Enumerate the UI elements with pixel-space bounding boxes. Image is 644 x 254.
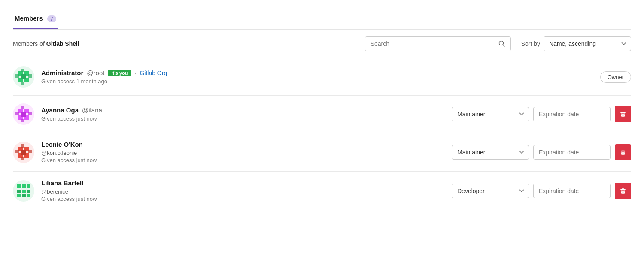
svg-rect-37 [22, 190, 26, 193]
svg-rect-21 [21, 119, 24, 122]
sort-by-label: Sort by [521, 40, 540, 47]
member-name-row: Leonie O'Kon [41, 141, 452, 148]
svg-rect-10 [21, 69, 24, 72]
page-container: Members 7 Members of Gitlab Shell Sort b… [0, 0, 644, 219]
member-actions: Guest Reporter Developer Maintainer Owne… [452, 183, 631, 199]
expiration-date-input[interactable] [533, 107, 611, 121]
member-username-secondary: @kon.o.leonie [41, 150, 452, 156]
svg-rect-17 [21, 112, 26, 117]
tab-members[interactable]: Members 7 [13, 9, 58, 29]
member-name: Ayanna Oga [41, 106, 79, 114]
avatar [13, 180, 34, 202]
expiration-date-input[interactable] [533, 145, 611, 160]
search-icon [498, 40, 505, 47]
avatar [13, 103, 34, 125]
role-select[interactable]: Guest Reporter Developer Maintainer Owne… [452, 145, 529, 160]
member-info: Liliana Bartell @berenice Given access j… [41, 179, 452, 202]
search-box [365, 36, 511, 51]
member-info: Ayanna Oga @ilana Given access just now [41, 106, 452, 122]
member-name-row: Liliana Bartell [41, 179, 452, 187]
member-username: @ilana [82, 106, 102, 114]
avatar [13, 66, 34, 88]
tab-members-count: 7 [47, 15, 56, 22]
svg-rect-29 [28, 150, 32, 153]
member-access: Given access just now [41, 115, 452, 122]
svg-rect-38 [27, 190, 30, 193]
svg-rect-41 [27, 194, 30, 197]
svg-rect-34 [22, 184, 26, 188]
svg-rect-27 [21, 150, 26, 155]
svg-rect-19 [28, 112, 32, 115]
member-access: Given access just now [41, 196, 452, 202]
member-row: Leonie O'Kon @kon.o.leonie Given access … [13, 133, 631, 172]
tabs-bar: Members 7 [13, 9, 631, 30]
org-link[interactable]: Gitlab Org [140, 70, 167, 76]
search-button[interactable] [493, 37, 510, 51]
member-name: Leonie O'Kon [41, 141, 83, 148]
expiration-date-input[interactable] [533, 184, 611, 198]
svg-rect-33 [17, 184, 21, 188]
tab-members-label: Members [15, 15, 43, 22]
svg-rect-18 [15, 112, 19, 115]
members-list: Administrator @root It's you · Gitlab Or… [13, 58, 631, 210]
svg-rect-7 [21, 74, 26, 79]
member-actions: Guest Reporter Developer Maintainer Owne… [452, 106, 631, 122]
svg-rect-35 [27, 184, 30, 188]
search-input[interactable] [365, 37, 493, 51]
avatar [13, 142, 34, 163]
svg-rect-30 [21, 144, 24, 148]
owner-badge: Owner [600, 71, 631, 83]
member-actions: Owner [600, 71, 631, 83]
member-actions: Guest Reporter Developer Maintainer Owne… [452, 144, 631, 160]
svg-rect-40 [22, 194, 26, 197]
member-username-secondary: @berenice [41, 188, 452, 195]
it-you-badge: It's you [108, 70, 131, 76]
member-name-row: Administrator @root It's you · Gitlab Or… [41, 69, 600, 76]
member-row: Administrator @root It's you · Gitlab Or… [13, 58, 631, 96]
svg-rect-11 [21, 82, 24, 85]
filter-bar-label: Members of Gitlab Shell [13, 40, 365, 47]
member-access: Given access just now [41, 157, 452, 163]
delete-button[interactable] [615, 144, 631, 160]
trash-icon [620, 111, 626, 118]
svg-rect-8 [15, 74, 19, 78]
member-row: Liliana Bartell @berenice Given access j… [13, 172, 631, 210]
trash-icon [620, 149, 626, 156]
role-select[interactable]: Guest Reporter Developer Maintainer Owne… [452, 184, 529, 198]
svg-rect-31 [21, 157, 24, 160]
delete-button[interactable] [615, 106, 631, 122]
svg-rect-9 [28, 74, 32, 78]
svg-rect-39 [17, 194, 21, 197]
project-name: Gitlab Shell [46, 40, 79, 47]
member-name: Administrator [41, 69, 83, 76]
svg-line-1 [503, 45, 504, 47]
member-name-row: Ayanna Oga @ilana [41, 106, 452, 114]
sort-select[interactable]: Name, ascending Name, descending Access … [544, 36, 631, 51]
member-info: Leonie O'Kon @kon.o.leonie Given access … [41, 141, 452, 163]
trash-icon [620, 187, 626, 194]
member-access: Given access 1 month ago [41, 78, 600, 85]
member-username: @root [87, 69, 104, 76]
member-row: Ayanna Oga @ilana Given access just now … [13, 96, 631, 133]
svg-rect-28 [15, 150, 19, 153]
role-select[interactable]: Guest Reporter Developer Maintainer Owne… [452, 107, 529, 121]
delete-button[interactable] [615, 183, 631, 199]
member-name: Liliana Bartell [41, 179, 83, 187]
dot-separator: · [135, 70, 137, 76]
member-info: Administrator @root It's you · Gitlab Or… [41, 69, 600, 85]
svg-rect-20 [21, 106, 24, 109]
svg-rect-36 [17, 190, 21, 193]
sort-by-container: Sort by Name, ascending Name, descending… [521, 36, 631, 51]
filter-bar: Members of Gitlab Shell Sort by Name, as… [13, 30, 631, 58]
